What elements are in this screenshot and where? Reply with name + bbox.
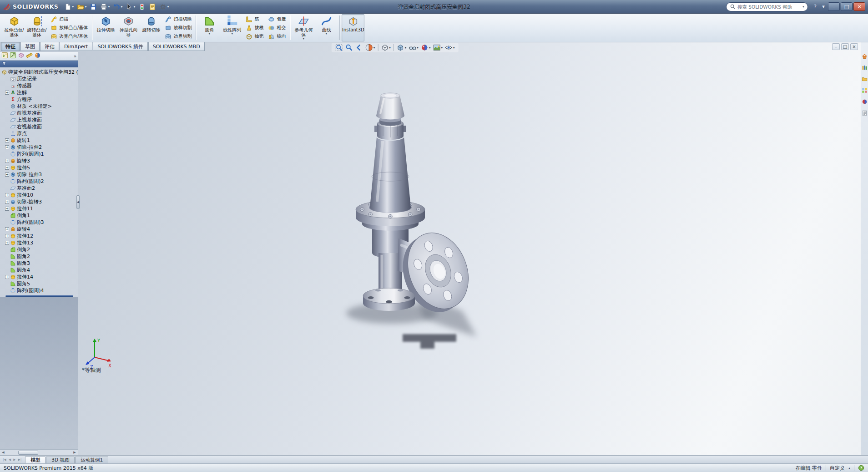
tree-item[interactable]: +旋转4 [1,226,78,233]
ribbon-button-loft[interactable]: 放样凸台/基体 [48,24,90,32]
taskpane-view-palette[interactable] [862,87,868,95]
tree-item[interactable]: +拉伸12 [1,233,78,239]
ribbon-button-revolve-cut[interactable]: 旋转切除 [140,14,162,41]
edit-appearance-button[interactable]: ▾ [420,43,432,52]
tree-item[interactable]: 圆角4 [1,267,78,274]
tree-item[interactable]: +切除-旋转3 [1,198,78,205]
undo-button[interactable]: ▾ [111,2,124,12]
ribbon-button-linear-pattern[interactable]: 线性阵列▾ [221,14,243,41]
ribbon-button-revolve-boss[interactable]: 旋转凸台/基体 [25,14,48,41]
tab-草图[interactable]: 草图 [20,42,40,51]
ribbon-button-sweep-cut[interactable]: 扫描切除 [162,15,194,24]
inlet-flange[interactable] [363,288,415,311]
scrollbar-thumb[interactable] [18,451,38,455]
panel-horizontal-scrollbar[interactable]: ◀ ▶ [0,449,78,455]
tree-item[interactable]: 阵列(圆周)1 [1,151,78,157]
spring-bonnet[interactable] [369,137,412,213]
expand-icon[interactable]: + [5,166,9,170]
tree-item[interactable]: +拉伸5 [1,164,78,171]
valve-3d-model[interactable] [308,86,562,359]
search-dropdown-icon[interactable]: ▾ [802,5,804,9]
ribbon-button-extrude-cut[interactable]: 拉伸切除 [94,14,117,41]
dropdown-icon[interactable]: ▾ [121,5,122,9]
doc-restore-button[interactable]: □ [841,43,849,50]
search-box[interactable]: ▾ [726,2,808,11]
scroll-right-icon[interactable]: ▶ [71,451,78,454]
close-button[interactable]: × [853,2,865,11]
ribbon-button-loft-cut[interactable]: 放样切割 [162,24,194,32]
dropdown-icon[interactable]: ▾ [303,37,305,41]
tree-item[interactable]: 传感器 [1,82,78,89]
tree-item[interactable]: 前视基准面 [1,110,78,117]
rebuild-button[interactable] [137,2,147,12]
ribbon-button-wrap[interactable]: 包覆 [266,15,288,24]
select-button[interactable]: ▾ [124,2,136,12]
bottom-tab-运动算例1[interactable]: 运动算例1 [75,457,108,463]
dropdown-icon[interactable]: ▾ [108,5,110,9]
bottom-tab-模型[interactable]: 模型 [25,457,45,463]
ribbon-button-hole-wizard[interactable]: 异型孔向导 [117,14,140,41]
tree-item[interactable]: +切除-拉伸3 [1,171,78,178]
panel-tab-propertymanager[interactable] [10,52,16,60]
ribbon-button-instant3d[interactable]: Instant3D [342,14,364,41]
tree-item[interactable]: +旋转3 [1,157,78,164]
tab-DimXpert[interactable]: DimXpert [60,42,92,51]
dropdown-icon[interactable]: ▾ [72,5,74,9]
panel-tab-featuremanager[interactable] [1,52,8,60]
tree-item[interactable]: 原点 [1,130,78,137]
scroll-left-icon[interactable]: ◀ [0,451,6,454]
study-nav-3[interactable]: ▶| [17,458,23,462]
expand-icon[interactable]: + [5,91,9,95]
study-nav-1[interactable]: ◀ [8,458,12,462]
dropdown-icon[interactable]: ▾ [389,46,391,50]
expand-icon[interactable]: + [5,234,9,238]
apply-scene-button[interactable]: ▾ [432,43,444,52]
ribbon-button-extrude-boss[interactable]: 拉伸凸台/基体 [3,14,25,41]
doc-close-button[interactable]: × [850,43,858,50]
maximize-button[interactable]: □ [841,2,853,11]
ribbon-button-intersect[interactable]: 相交 [266,24,288,32]
expand-icon[interactable]: + [5,200,9,204]
print-button[interactable]: ▾ [99,2,111,12]
expand-icon[interactable]: + [5,159,9,163]
new-document-button[interactable]: ▾ [63,2,75,12]
tree-item[interactable]: 上视基准面 [1,117,78,123]
dropdown-icon[interactable]: ▾ [133,5,135,9]
tree-item[interactable]: +拉伸13 [1,239,78,246]
panel-tab-displaymanager[interactable] [34,52,41,60]
help-button[interactable]: ? [812,2,819,11]
panel-tab-configurationmanager[interactable] [18,52,25,60]
study-nav-0[interactable]: |◀ [2,458,7,462]
dropdown-icon[interactable]: ▾ [429,46,431,50]
dropdown-icon[interactable]: ▾ [167,5,169,9]
tree-item[interactable]: Σ方程序 [1,96,78,103]
expand-icon[interactable]: + [5,193,9,197]
ribbon-button-boundary-cut[interactable]: 边界切割 [162,32,194,41]
expand-icon[interactable]: + [5,173,9,177]
tree-item[interactable]: +拉伸14 [1,274,78,280]
customize-label[interactable]: 自定义 [830,465,845,472]
panel-tabs-overflow-icon[interactable]: » [74,54,76,59]
valve-cap[interactable] [376,93,404,120]
ribbon-button-boundary[interactable]: 边界凸台/基体 [48,32,90,41]
tree-item[interactable]: 右视基准面 [1,123,78,130]
expand-icon[interactable]: + [5,138,9,142]
dropdown-icon[interactable]: ▾ [405,46,407,50]
search-input[interactable] [737,4,801,10]
file-properties-button[interactable] [147,2,157,12]
taskpane-appearances[interactable] [862,99,868,106]
ribbon-button-rib[interactable]: 筋 [243,15,266,24]
ribbon-button-shell[interactable]: 抽壳 [243,32,266,41]
zoom-fit-button[interactable] [334,43,344,52]
expand-icon[interactable]: + [5,275,9,279]
ribbon-button-sweep[interactable]: 扫描 [48,15,90,24]
tree-item[interactable]: 基准面2 [1,185,78,192]
quick-tips-icon[interactable]: ? [858,465,864,471]
hide-show-items-button[interactable]: ▾ [408,43,419,52]
tree-item[interactable]: 倒角1 [1,212,78,219]
taskpane-custom-properties[interactable] [862,110,868,117]
tree-item[interactable]: 阵列(圆周)2 [1,178,78,185]
tree-item[interactable]: +旋转1 [1,137,78,144]
view-settings-button[interactable]: ▾ [444,43,456,52]
tree-item[interactable]: 阵列(圆周)3 [1,219,78,226]
